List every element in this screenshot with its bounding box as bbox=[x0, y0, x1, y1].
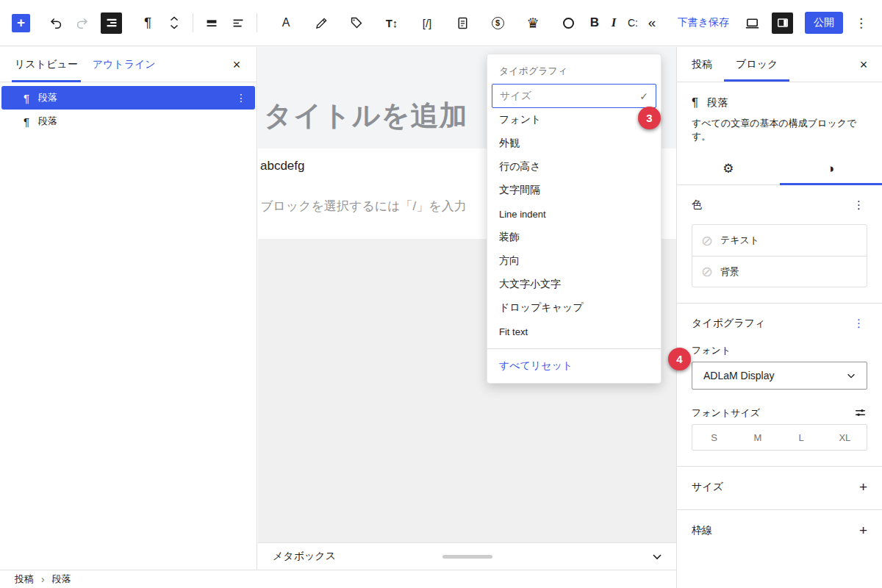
typography-options-dropdown: タイポグラフィ サイズ ✓ フォント ✓ 外観 行の高さ 文字間隔 Line i… bbox=[487, 54, 662, 384]
circle-button[interactable] bbox=[559, 13, 578, 32]
color-options-button[interactable]: ⋮ bbox=[850, 198, 867, 212]
text-size-button[interactable]: T↕ bbox=[382, 13, 401, 32]
block-description: すべての文章の基本の構成ブロックです。 bbox=[692, 117, 867, 143]
tab-outline[interactable]: アウトライン bbox=[85, 47, 163, 82]
save-draft-button[interactable]: 下書き保存 bbox=[672, 12, 735, 34]
crown-icon: ♛ bbox=[526, 15, 539, 32]
text-color-label: テキスト bbox=[720, 234, 759, 247]
no-color-icon: ⊘ bbox=[701, 234, 713, 248]
menu-item-decoration[interactable]: 装飾 bbox=[487, 226, 661, 249]
pencil-icon bbox=[314, 15, 329, 31]
typography-panel-title: タイポグラフィ bbox=[692, 317, 765, 330]
breadcrumb-paragraph[interactable]: 段落 bbox=[52, 573, 71, 586]
tab-block[interactable]: ブロック bbox=[724, 47, 789, 82]
tab-list-view[interactable]: リストビュー bbox=[7, 47, 85, 82]
tab-styles[interactable]: ◑ bbox=[780, 153, 882, 184]
border-panel: 枠線 + bbox=[677, 509, 882, 553]
menu-item-size[interactable]: サイズ ✓ bbox=[492, 84, 656, 108]
options-menu-button[interactable]: ⋮ bbox=[850, 15, 872, 31]
document-button[interactable] bbox=[453, 13, 472, 32]
menu-item-letter-case[interactable]: 大文字小文字 bbox=[487, 273, 661, 296]
list-item-paragraph-selected[interactable]: ¶ 段落 ⋮ bbox=[1, 86, 255, 110]
kebab-icon: ⋮ bbox=[853, 317, 864, 329]
shortcode-button[interactable]: [/] bbox=[417, 13, 437, 32]
typography-options-button[interactable]: ⋮ bbox=[850, 317, 867, 330]
block-inserter-button[interactable]: + bbox=[12, 14, 30, 32]
tab-post[interactable]: 投稿 bbox=[680, 47, 724, 82]
size-panel-title: サイズ bbox=[692, 481, 723, 494]
menu-item-letter-spacing[interactable]: 文字間隔 bbox=[487, 179, 661, 202]
settings-sidebar-toggle-button[interactable] bbox=[772, 12, 793, 34]
block-card: ¶ 段落 すべての文章の基本の構成ブロックです。 bbox=[677, 82, 882, 153]
font-family-select[interactable]: ADLaM Display bbox=[692, 362, 867, 390]
text-align-button[interactable] bbox=[229, 13, 248, 32]
font-size-settings-button[interactable] bbox=[853, 406, 867, 420]
color-panel-title: 色 bbox=[692, 198, 702, 212]
link-button[interactable]: C: bbox=[623, 13, 642, 32]
italic-button[interactable]: I bbox=[604, 13, 623, 32]
tab-settings-gear[interactable]: ⚙ bbox=[677, 153, 780, 184]
menu-item-direction[interactable]: 方向 bbox=[487, 249, 661, 273]
laptop-icon bbox=[744, 15, 761, 32]
footer-breadcrumb-bar: 投稿 › 段落 bbox=[0, 570, 676, 588]
background-color-row[interactable]: ⊘ 背景 bbox=[692, 256, 867, 287]
font-size-m-button[interactable]: M bbox=[736, 425, 779, 450]
menu-item-fit-text[interactable]: Fit text bbox=[487, 320, 661, 343]
list-view-toggle-button[interactable] bbox=[101, 12, 122, 34]
toolbar-left-group: + ¶ A bbox=[0, 12, 662, 34]
undo-button[interactable] bbox=[46, 13, 65, 32]
menu-item-line-height[interactable]: 行の高さ bbox=[487, 155, 661, 179]
collapse-icon: « bbox=[648, 15, 656, 31]
check-icon: ✓ bbox=[639, 90, 648, 102]
border-panel-add-button[interactable]: + bbox=[859, 523, 867, 537]
bold-button[interactable]: B bbox=[585, 13, 604, 32]
alignment-button[interactable] bbox=[202, 13, 221, 32]
close-settings-button[interactable]: × bbox=[854, 55, 873, 74]
tag-button[interactable] bbox=[347, 13, 366, 32]
plus-icon: + bbox=[17, 15, 25, 31]
edit-pencil-button[interactable] bbox=[312, 13, 331, 32]
reset-all-button[interactable]: すべてリセット bbox=[487, 349, 661, 383]
circle-icon bbox=[563, 18, 574, 29]
money-button[interactable]: $ bbox=[488, 13, 507, 32]
paragraph-icon: ¶ bbox=[19, 115, 34, 128]
menu-item-drop-cap[interactable]: ドロップキャップ bbox=[487, 296, 661, 320]
close-list-view-button[interactable]: × bbox=[227, 55, 246, 74]
row-options-button[interactable]: ⋮ bbox=[236, 92, 246, 104]
menu-item-appearance[interactable]: 外観 bbox=[487, 132, 661, 155]
text-size-icon: T↕ bbox=[386, 17, 398, 29]
metabox-resize-handle[interactable] bbox=[442, 555, 492, 559]
menu-item-font[interactable]: フォント ✓ bbox=[487, 108, 661, 132]
block-editor-app: + ¶ A bbox=[0, 0, 882, 588]
redo-button[interactable] bbox=[73, 13, 92, 32]
styles-half-circle-icon: ◑ bbox=[827, 162, 834, 176]
font-size-xl-button[interactable]: XL bbox=[823, 425, 867, 450]
metabox-expand-button[interactable] bbox=[651, 551, 663, 562]
premium-button[interactable]: ♛ bbox=[523, 13, 542, 32]
settings-sidebar: 投稿 ブロック × ¶ 段落 すべての文章の基本の構成ブロックです。 ⚙ ◑ 色… bbox=[676, 47, 882, 588]
breadcrumb-post[interactable]: 投稿 bbox=[15, 573, 34, 586]
list-item-paragraph[interactable]: ¶ 段落 bbox=[1, 110, 255, 133]
publish-button[interactable]: 公開 bbox=[805, 12, 843, 34]
gear-icon: ⚙ bbox=[723, 161, 734, 176]
align-thick-icon bbox=[204, 15, 220, 31]
paragraph-block-icon[interactable]: ¶ bbox=[138, 13, 157, 32]
settings-header: 投稿 ブロック × bbox=[677, 47, 882, 82]
block-mover-button[interactable] bbox=[165, 13, 184, 32]
highlight-color-button[interactable]: A bbox=[276, 13, 295, 32]
collapse-toolbar-button[interactable]: « bbox=[642, 13, 662, 32]
font-size-label: フォントサイズ bbox=[692, 406, 760, 420]
toolbar-right-group: 下書き保存 公開 ⋮ bbox=[672, 12, 882, 34]
sidebar-panel-icon bbox=[775, 15, 790, 30]
font-size-segmented-control: S M L XL bbox=[692, 424, 867, 451]
font-size-s-button[interactable]: S bbox=[692, 425, 736, 450]
metabox-panel[interactable]: メタボックス bbox=[258, 542, 676, 570]
menu-item-line-indent[interactable]: Line indent bbox=[487, 202, 661, 226]
font-size-l-button[interactable]: L bbox=[780, 425, 823, 450]
italic-icon: I bbox=[612, 15, 617, 30]
border-panel-title: 枠線 bbox=[692, 524, 712, 537]
size-panel-add-button[interactable]: + bbox=[859, 480, 867, 494]
text-color-row[interactable]: ⊘ テキスト bbox=[692, 225, 867, 256]
tag-icon bbox=[348, 15, 365, 31]
preview-button[interactable] bbox=[742, 13, 761, 32]
